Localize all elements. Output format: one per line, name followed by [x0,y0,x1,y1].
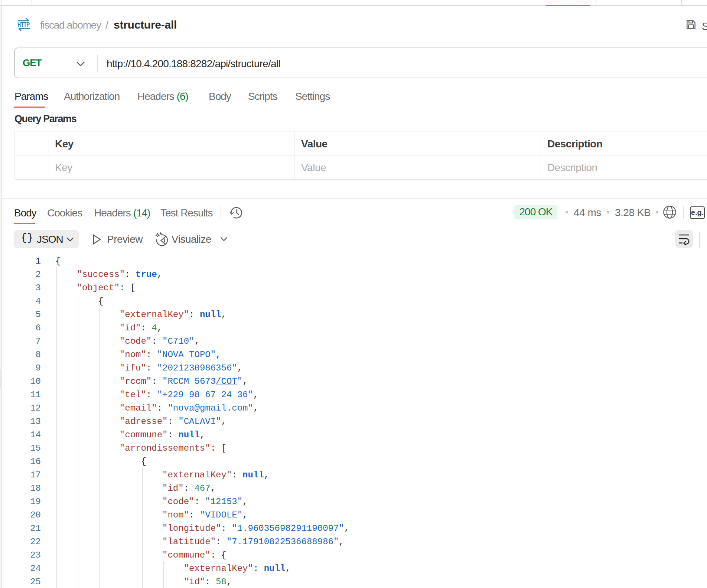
svg-text:HTTP: HTTP [17,21,30,29]
